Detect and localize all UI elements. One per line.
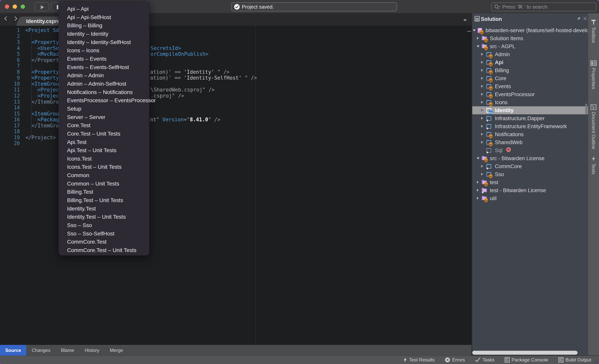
tab-list-dropdown-icon[interactable] bbox=[463, 19, 467, 22]
tree-item-eventsprocessor[interactable]: •••EventsProcessor bbox=[472, 90, 588, 98]
tree-item-icons[interactable]: •••Icons bbox=[472, 98, 588, 106]
menu-item-api-api-selfhost[interactable]: Api – Api-SelfHost bbox=[59, 13, 149, 22]
menu-item-sso-sso[interactable]: Sso – Sso bbox=[59, 221, 149, 230]
menu-item-api-test-unit-tests[interactable]: Api.Test – Unit Tests bbox=[59, 146, 149, 155]
tree-item-test-bitwarden-license[interactable]: ✦test - Bitwarden License bbox=[472, 186, 588, 194]
tree-item-commcore[interactable]: ✦CommCore bbox=[472, 162, 588, 170]
chevron-collapsed-icon[interactable] bbox=[481, 77, 483, 80]
horizontal-scrollbar[interactable] bbox=[472, 351, 578, 355]
chevron-collapsed-icon[interactable] bbox=[481, 53, 483, 56]
menu-item-icons-test[interactable]: Icons.Test bbox=[59, 155, 149, 163]
chevron-collapsed-icon[interactable] bbox=[481, 109, 483, 112]
chevron-collapsed-icon[interactable] bbox=[481, 141, 483, 144]
tree-item-events[interactable]: •••Events bbox=[472, 82, 588, 90]
chevron-collapsed-icon[interactable] bbox=[481, 101, 483, 104]
menu-item-billing-billing[interactable]: Billing – Billing bbox=[59, 21, 149, 30]
vertical-scrollbar[interactable] bbox=[585, 104, 587, 115]
chevron-collapsed-icon[interactable] bbox=[481, 117, 483, 120]
tree-item-src-agpl[interactable]: •••src - AGPL bbox=[472, 42, 588, 50]
tree-item-identity[interactable]: •••Identity bbox=[472, 106, 588, 114]
tree-item-bitwarden-server-feature-self-hosted-development-[interactable]: •••bitwarden-server (feature/self-hosted… bbox=[472, 26, 588, 34]
menu-item-common[interactable]: Common bbox=[59, 171, 149, 180]
dock-tab-properties[interactable]: Properties bbox=[588, 61, 599, 89]
tree-item-api[interactable]: •••Api bbox=[472, 58, 588, 66]
tree-item-src-bitwarden-license[interactable]: •••src - Bitwarden License bbox=[472, 154, 588, 162]
menu-item-notifications-notifications[interactable]: Notifications – Notifications bbox=[59, 88, 149, 97]
tree-item-sso[interactable]: •••Sso bbox=[472, 170, 588, 178]
menu-item-billing-test-unit-tests[interactable]: Billing.Test – Unit Tests bbox=[59, 196, 149, 205]
menu-item-icons-test-unit-tests[interactable]: Icons.Test – Unit Tests bbox=[59, 163, 149, 171]
chevron-collapsed-icon[interactable] bbox=[481, 133, 483, 136]
menu-item-events-events[interactable]: Events – Events bbox=[59, 55, 149, 63]
menu-item-core-test-unit-tests[interactable]: Core.Test – Unit Tests bbox=[59, 130, 149, 138]
chevron-collapsed-icon[interactable] bbox=[481, 125, 483, 128]
close-icon[interactable] bbox=[583, 16, 587, 21]
menu-item-identity-test[interactable]: Identity.Test bbox=[59, 205, 149, 213]
chevron-collapsed-icon[interactable] bbox=[481, 165, 483, 168]
menu-item-identity-identity[interactable]: Identity – Identity bbox=[59, 30, 149, 38]
pin-icon[interactable] bbox=[576, 16, 581, 21]
run-button[interactable] bbox=[35, 2, 49, 11]
search-input[interactable]: Press ‘⌘.’ to search bbox=[491, 2, 596, 11]
tree-item-solution-items[interactable]: •••Solution Items bbox=[472, 34, 588, 42]
dock-tab-tests[interactable]: Tests bbox=[588, 156, 599, 174]
chevron-collapsed-icon[interactable] bbox=[481, 69, 483, 72]
menu-item-common-unit-tests[interactable]: Common – Unit Tests bbox=[59, 180, 149, 188]
menu-item-billing-test[interactable]: Billing.Test bbox=[59, 188, 149, 196]
git-tab-blame[interactable]: Blame bbox=[56, 345, 79, 356]
menu-item-admin-admin-selfhost[interactable]: Admin – Admin-SelfHost bbox=[59, 80, 149, 88]
status-button-errors[interactable]: Errors bbox=[445, 357, 465, 363]
menu-item-commcore-test-unit-tests[interactable]: CommCore.Test – Unit Tests bbox=[59, 246, 149, 255]
chevron-collapsed-icon[interactable] bbox=[476, 197, 479, 200]
menu-item-identity-test-unit-tests[interactable]: Identity.Test – Unit Tests bbox=[59, 213, 149, 221]
tree-item-billing[interactable]: •••Billing bbox=[472, 66, 588, 74]
chevron-collapsed-icon[interactable] bbox=[481, 85, 483, 88]
menu-item-api-api[interactable]: Api – Api bbox=[59, 5, 149, 13]
close-window-button[interactable] bbox=[5, 4, 9, 9]
status-button-build-output[interactable]: Build Output bbox=[558, 357, 591, 363]
git-tab-source[interactable]: Source bbox=[0, 345, 26, 356]
menu-item-identity-identity-selfhost[interactable]: Identity – Identity-SelfHost bbox=[59, 38, 149, 47]
dock-tab-document-outline[interactable]: Document Outline bbox=[588, 104, 599, 149]
tree-item-infrastructure-dapper[interactable]: ✦Infrastructure.Dapper bbox=[472, 114, 588, 122]
tree-item-util[interactable]: •••util bbox=[472, 194, 588, 202]
git-tab-merge[interactable]: Merge bbox=[105, 345, 128, 356]
status-button-tasks[interactable]: Tasks bbox=[475, 357, 494, 363]
chevron-expanded-icon[interactable] bbox=[473, 29, 476, 32]
chevron-expanded-icon[interactable] bbox=[476, 45, 480, 48]
git-tab-changes[interactable]: Changes bbox=[26, 345, 56, 356]
menu-item-eventsprocessor-eventsprocessor[interactable]: EventsProcessor – EventsProcessor bbox=[59, 96, 149, 105]
resize-grip[interactable] bbox=[593, 359, 598, 364]
tree-item-infrastructure-entityframework[interactable]: ✦Infrastructure.EntityFramework bbox=[472, 122, 588, 130]
tree-item-test[interactable]: •••test bbox=[472, 178, 588, 186]
tab-identity-csproj[interactable]: Identity.csproj bbox=[23, 17, 64, 26]
status-button-package-console[interactable]: Package Console bbox=[505, 357, 548, 363]
tree-item-sql[interactable]: ✦Sql✕ bbox=[472, 146, 588, 154]
navigate-forward-icon[interactable] bbox=[14, 16, 18, 21]
tree-item-admin[interactable]: •••Admin bbox=[472, 50, 588, 58]
tree-item-sharedweb[interactable]: •••SharedWeb bbox=[472, 138, 588, 146]
menu-item-api-test[interactable]: Api.Test bbox=[59, 138, 149, 146]
navigate-back-icon[interactable] bbox=[4, 16, 7, 21]
menu-item-setup[interactable]: Setup bbox=[59, 105, 149, 113]
status-button-test-results[interactable]: Test Results bbox=[403, 357, 435, 363]
minimize-window-button[interactable] bbox=[13, 4, 17, 9]
chevron-collapsed-icon[interactable] bbox=[476, 189, 479, 192]
menu-item-server-server[interactable]: Server – Server bbox=[59, 113, 149, 122]
menu-item-icons-icons[interactable]: Icons – Icons bbox=[59, 46, 149, 55]
menu-item-admin-admin[interactable]: Admin – Admin bbox=[59, 71, 149, 80]
zoom-window-button[interactable] bbox=[21, 4, 25, 9]
tree-item-core[interactable]: •••Core bbox=[472, 74, 588, 82]
chevron-collapsed-icon[interactable] bbox=[476, 37, 479, 40]
menu-item-core-test[interactable]: Core.Test bbox=[59, 121, 149, 130]
chevron-collapsed-icon[interactable] bbox=[481, 93, 483, 96]
chevron-collapsed-icon[interactable] bbox=[481, 173, 483, 176]
chevron-expanded-icon[interactable] bbox=[476, 157, 480, 160]
chevron-collapsed-icon[interactable] bbox=[476, 181, 479, 184]
dock-tab-toolbox[interactable]: Toolbox bbox=[588, 19, 599, 43]
menu-item-sso-sso-selfhost[interactable]: Sso – Sso-SelfHost bbox=[59, 230, 149, 238]
chevron-collapsed-icon[interactable] bbox=[481, 61, 483, 64]
tree-item-notifications[interactable]: •••Notifications bbox=[472, 130, 588, 138]
menu-item-events-events-selfhost[interactable]: Events – Events-SelfHost bbox=[59, 63, 149, 71]
menu-item-commcore-test[interactable]: CommCore.Test bbox=[59, 238, 149, 246]
